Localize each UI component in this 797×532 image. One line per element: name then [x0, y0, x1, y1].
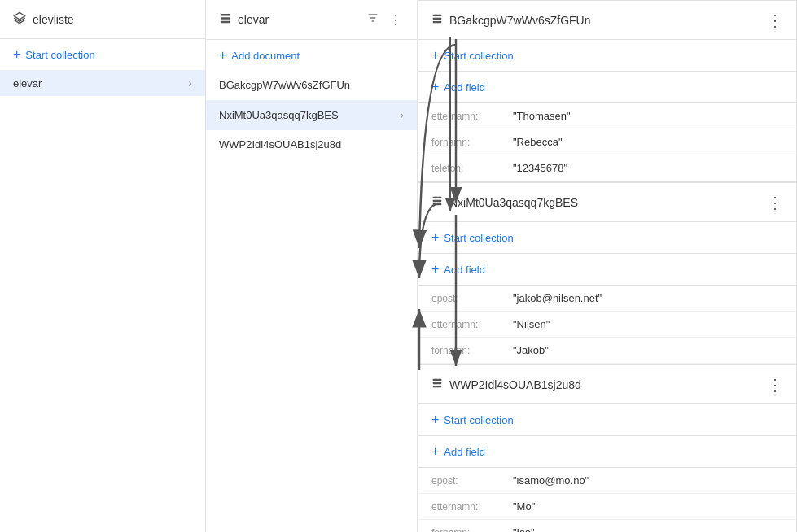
add-field-btn-0[interactable]: + Add field — [418, 72, 796, 103]
field-value-0-0: "Thomasen" — [513, 110, 571, 122]
doc-item-0[interactable]: BGakcgpW7wWv6sZfGFUn — [206, 71, 417, 100]
chevron-doc-icon: › — [400, 108, 404, 121]
field-value-2-1: "Mo" — [513, 500, 535, 512]
doc-icon-2 — [431, 377, 443, 391]
field-key-0-0: etternamn: — [431, 111, 513, 122]
elevar-header: elevar ⋮ — [206, 0, 417, 40]
svg-rect-15 — [433, 200, 442, 202]
doc-item-1[interactable]: NxiMt0Ua3qasqq7kgBES › — [206, 100, 417, 130]
elevar-list-item[interactable]: elevar › — [0, 70, 205, 96]
field-value-0-2: "12345678" — [513, 162, 567, 174]
field-row-0-1: fornamn: "Rebecca" — [418, 129, 796, 155]
field-key-1-0: epost: — [431, 293, 513, 304]
field-row-1-0: epost: "jakob@nilsen.net" — [418, 286, 796, 312]
elevar-label: elevar — [13, 77, 42, 89]
field-key-2-0: epost: — [431, 475, 513, 486]
field-key-2-2: fornamn: — [431, 527, 513, 532]
svg-rect-13 — [433, 21, 442, 23]
chevron-right-icon: › — [188, 76, 192, 89]
field-value-0-1: "Rebecca" — [513, 136, 563, 148]
field-row-2-2: fornamn: "Isa" — [418, 520, 796, 532]
start-collection-label-left: Start collection — [25, 49, 94, 61]
start-collection-label-2: Start collection — [444, 414, 513, 426]
svg-rect-18 — [433, 382, 442, 384]
doc-panel-header-2: WWP2Idl4sOUAB1sj2u8d ⋮ — [418, 365, 796, 404]
svg-rect-19 — [433, 386, 442, 387]
more-vert-icon-1[interactable]: ⋮ — [767, 194, 783, 211]
filter-icon[interactable] — [365, 10, 381, 29]
field-key-0-1: fornamn: — [431, 137, 513, 148]
collection-icon — [219, 12, 231, 28]
add-field-label-1: Add field — [444, 264, 485, 276]
panel-elevar: elevar ⋮ + Add document BGakcgpW7wWv6sZf… — [206, 0, 418, 532]
doc-panel-title-0: BGakcgpW7wWv6sZfGFUn — [449, 14, 767, 27]
elevliste-title: elevliste — [33, 13, 74, 26]
plus-icon-sc-0: + — [431, 48, 439, 63]
layers-icon — [13, 11, 26, 28]
start-collection-label-0: Start collection — [444, 50, 513, 62]
field-key-1-2: fornamn: — [431, 345, 513, 356]
add-field-label-2: Add field — [444, 446, 485, 458]
doc-icon-0 — [431, 13, 443, 27]
doc-item-2[interactable]: WWP2Idl4sOUAB1sj2u8d — [206, 130, 417, 159]
plus-icon-left: + — [13, 47, 20, 62]
start-collection-btn-left[interactable]: + Start collection — [0, 39, 205, 70]
more-vert-icon-2[interactable]: ⋮ — [767, 377, 783, 393]
panel-elevliste: elevliste + Start collection elevar › — [0, 0, 206, 532]
main-container: elevliste + Start collection elevar › el… — [0, 0, 797, 532]
doc-icon-1 — [431, 195, 443, 209]
doc-panel-header-0: BGakcgpW7wWv6sZfGFUn ⋮ — [418, 1, 796, 40]
field-key-1-1: etternamn: — [431, 319, 513, 330]
svg-rect-2 — [221, 17, 230, 20]
doc-label-1: NxiMt0Ua3qasqq7kgBES — [219, 109, 339, 121]
doc-label-2: WWP2Idl4sOUAB1sj2u8d — [219, 138, 341, 150]
plus-icon-af-2: + — [431, 444, 439, 459]
start-collection-btn-1[interactable]: + Start collection — [418, 222, 796, 254]
start-collection-label-1: Start collection — [444, 232, 513, 244]
field-value-2-0: "isamo@mo.no" — [513, 474, 589, 486]
more-vert-icon-elevar[interactable]: ⋮ — [388, 11, 404, 29]
field-value-1-0: "jakob@nilsen.net" — [513, 292, 602, 304]
start-collection-btn-2[interactable]: + Start collection — [418, 404, 796, 436]
plus-icon-af-0: + — [431, 80, 439, 94]
svg-rect-14 — [433, 197, 442, 198]
svg-rect-11 — [433, 15, 442, 16]
doc-label-0: BGakcgpW7wWv6sZfGFUn — [219, 79, 350, 91]
doc-panel-0: BGakcgpW7wWv6sZfGFUn ⋮ + Start collectio… — [418, 0, 797, 182]
elevliste-header: elevliste — [0, 0, 205, 39]
field-value-1-2: "Jakob" — [513, 344, 549, 356]
field-row-2-0: epost: "isamo@mo.no" — [418, 468, 796, 494]
elevar-title: elevar — [238, 13, 269, 26]
field-key-0-2: telefon: — [431, 163, 513, 174]
field-row-0-2: telefon: "12345678" — [418, 155, 796, 181]
doc-panel-title-1: NxiMt0Ua3qasqq7kgBES — [449, 196, 767, 209]
add-document-btn[interactable]: + Add document — [206, 40, 417, 71]
add-field-btn-2[interactable]: + Add field — [418, 436, 796, 468]
svg-rect-1 — [221, 13, 230, 15]
more-vert-icon-0[interactable]: ⋮ — [767, 12, 783, 28]
doc-panel-1: NxiMt0Ua3qasqq7kgBES ⋮ + Start collectio… — [418, 182, 797, 364]
right-panels: BGakcgpW7wWv6sZfGFUn ⋮ + Start collectio… — [418, 0, 797, 532]
field-row-0-0: etternamn: "Thomasen" — [418, 103, 796, 129]
doc-panel-title-2: WWP2Idl4sOUAB1sj2u8d — [449, 378, 767, 391]
doc-panel-2: WWP2Idl4sOUAB1sj2u8d ⋮ + Start collectio… — [418, 364, 797, 532]
svg-rect-12 — [433, 18, 442, 20]
field-row-1-1: etternamn: "Nilsen" — [418, 312, 796, 338]
field-row-1-2: fornamn: "Jakob" — [418, 338, 796, 364]
doc-panel-header-1: NxiMt0Ua3qasqq7kgBES ⋮ — [418, 183, 796, 222]
svg-rect-16 — [433, 203, 442, 205]
plus-icon-sc-1: + — [431, 230, 439, 245]
field-key-2-1: etternamn: — [431, 501, 513, 512]
plus-icon-middle: + — [219, 48, 226, 63]
add-field-btn-1[interactable]: + Add field — [418, 254, 796, 286]
svg-rect-17 — [433, 379, 442, 381]
plus-icon-sc-2: + — [431, 412, 439, 427]
plus-icon-af-1: + — [431, 262, 439, 277]
field-row-2-1: etternamn: "Mo" — [418, 494, 796, 520]
field-value-2-2: "Isa" — [513, 526, 535, 532]
field-value-1-1: "Nilsen" — [513, 318, 550, 330]
add-document-label: Add document — [231, 50, 300, 62]
add-field-label-0: Add field — [444, 81, 485, 94]
start-collection-btn-0[interactable]: + Start collection — [418, 40, 796, 72]
svg-rect-3 — [221, 20, 230, 23]
